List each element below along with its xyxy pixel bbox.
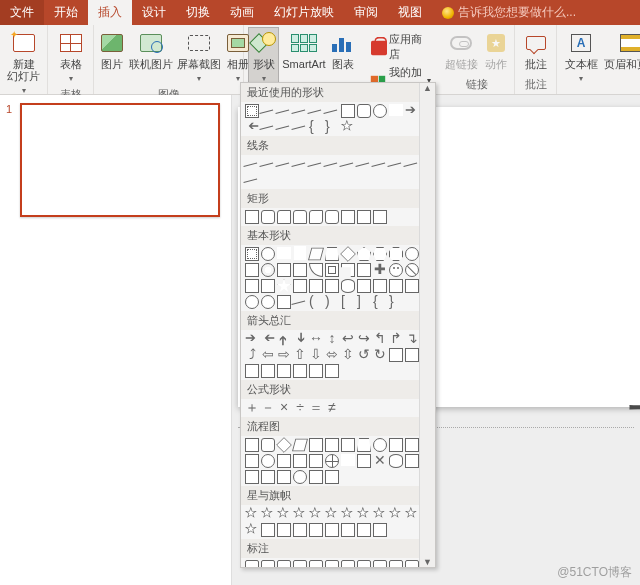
r7[interactable]: [341, 210, 355, 224]
c2[interactable]: [261, 560, 275, 567]
c4[interactable]: [293, 560, 307, 567]
b-15[interactable]: [293, 263, 307, 277]
action-button[interactable]: ★动作: [481, 27, 510, 73]
b-lpar[interactable]: (: [309, 295, 323, 309]
s8[interactable]: [357, 507, 371, 521]
a19[interactable]: ↺: [357, 348, 371, 362]
b-L[interactable]: [341, 263, 355, 277]
b-27[interactable]: [309, 279, 323, 293]
b-lbrk[interactable]: [: [341, 295, 355, 309]
b-dia[interactable]: [340, 246, 356, 262]
fl19[interactable]: [357, 454, 371, 468]
a24[interactable]: [261, 364, 275, 378]
shape-line2[interactable]: [277, 104, 291, 118]
s-rb8[interactable]: [373, 523, 387, 537]
s-rb7[interactable]: [357, 523, 371, 537]
tab-home[interactable]: 开始: [44, 0, 88, 25]
s9[interactable]: [373, 507, 387, 521]
fl17[interactable]: [325, 454, 339, 468]
l6[interactable]: [325, 157, 339, 171]
fl1[interactable]: [245, 438, 259, 452]
c6[interactable]: [325, 560, 339, 567]
a12[interactable]: ⤴: [245, 348, 259, 362]
fl14[interactable]: [277, 454, 291, 468]
b-circ2[interactable]: [405, 247, 419, 261]
tell-me-search[interactable]: 告诉我您想要做什么...: [432, 0, 586, 25]
c3[interactable]: [277, 560, 291, 567]
r2[interactable]: [261, 210, 275, 224]
s-rb4[interactable]: [309, 523, 323, 537]
fl5[interactable]: [309, 438, 323, 452]
b-26[interactable]: [293, 279, 307, 293]
a11[interactable]: ↴: [405, 332, 419, 346]
a5[interactable]: ↔: [309, 332, 323, 346]
tab-insert[interactable]: 插入: [88, 0, 132, 25]
b-35[interactable]: [261, 295, 275, 309]
tab-slideshow[interactable]: 幻灯片放映: [264, 0, 344, 25]
a13[interactable]: ⇦: [261, 348, 275, 362]
fl15[interactable]: [293, 454, 307, 468]
b-arc[interactable]: [293, 295, 307, 309]
a27[interactable]: [309, 364, 323, 378]
s6[interactable]: [325, 507, 339, 521]
b-28[interactable]: [325, 279, 339, 293]
a16[interactable]: ⇩: [309, 348, 323, 362]
fl18[interactable]: [341, 454, 355, 466]
shapes-scrollbar[interactable]: ▲▼: [419, 83, 435, 567]
b-36[interactable]: [277, 295, 291, 309]
a6[interactable]: ↕: [325, 332, 339, 346]
a1[interactable]: [245, 332, 259, 346]
a3[interactable]: [277, 332, 291, 346]
s10[interactable]: [389, 507, 403, 521]
fl4[interactable]: [292, 439, 308, 452]
b-31[interactable]: [373, 279, 387, 293]
fl2[interactable]: [261, 438, 275, 452]
b-donut[interactable]: [261, 263, 275, 277]
l9[interactable]: [373, 157, 387, 171]
f-minus[interactable]: －: [261, 401, 275, 415]
b-frame[interactable]: [325, 263, 339, 277]
b-rpar[interactable]: ): [325, 295, 339, 309]
hyperlink-button[interactable]: 超链接: [443, 27, 479, 73]
a28[interactable]: [325, 364, 339, 378]
s11[interactable]: [405, 507, 419, 521]
smartart-button[interactable]: SmartArt: [281, 27, 326, 73]
online-picture-button[interactable]: 联机图片: [128, 27, 174, 73]
tab-review[interactable]: 审阅: [344, 0, 388, 25]
shape-star[interactable]: [341, 120, 355, 134]
b-tri[interactable]: [277, 247, 291, 259]
fl11[interactable]: [405, 438, 419, 452]
slide-title-text[interactable]: 单: [628, 337, 640, 445]
b-heart[interactable]: [277, 279, 291, 293]
slide-thumbnail-pane[interactable]: 1: [0, 95, 232, 585]
b-rbrc[interactable]: }: [389, 295, 403, 309]
b-plus[interactable]: ✚: [373, 263, 387, 277]
a4[interactable]: [293, 332, 307, 346]
b-trap[interactable]: [325, 247, 339, 261]
tab-view[interactable]: 视图: [388, 0, 432, 25]
shape-connector[interactable]: [309, 104, 323, 118]
c10[interactable]: [389, 560, 403, 567]
s3[interactable]: [277, 507, 291, 521]
fl20[interactable]: ✕: [373, 454, 387, 468]
a9[interactable]: ↰: [373, 332, 387, 346]
a18[interactable]: ⇳: [341, 348, 355, 362]
a10[interactable]: ↱: [389, 332, 403, 346]
b-para[interactable]: [308, 248, 324, 261]
header-footer-button[interactable]: 页眉和页脚: [603, 27, 640, 73]
a15[interactable]: ⇧: [293, 348, 307, 362]
fl28[interactable]: [325, 470, 339, 484]
fl27[interactable]: [309, 470, 323, 484]
fl7[interactable]: [341, 438, 355, 452]
shape-oval[interactable]: [373, 104, 387, 118]
chart-button[interactable]: 图表: [329, 27, 357, 73]
l2[interactable]: [261, 157, 275, 171]
shape-curve1[interactable]: [261, 120, 275, 134]
shape-rarrow[interactable]: [405, 104, 419, 118]
s-rb6[interactable]: [341, 523, 355, 537]
c8[interactable]: [357, 560, 371, 567]
b-pent[interactable]: [357, 247, 371, 261]
shapes-button[interactable]: 形状: [248, 27, 279, 87]
a22[interactable]: [405, 348, 419, 362]
fl6[interactable]: [325, 438, 339, 452]
